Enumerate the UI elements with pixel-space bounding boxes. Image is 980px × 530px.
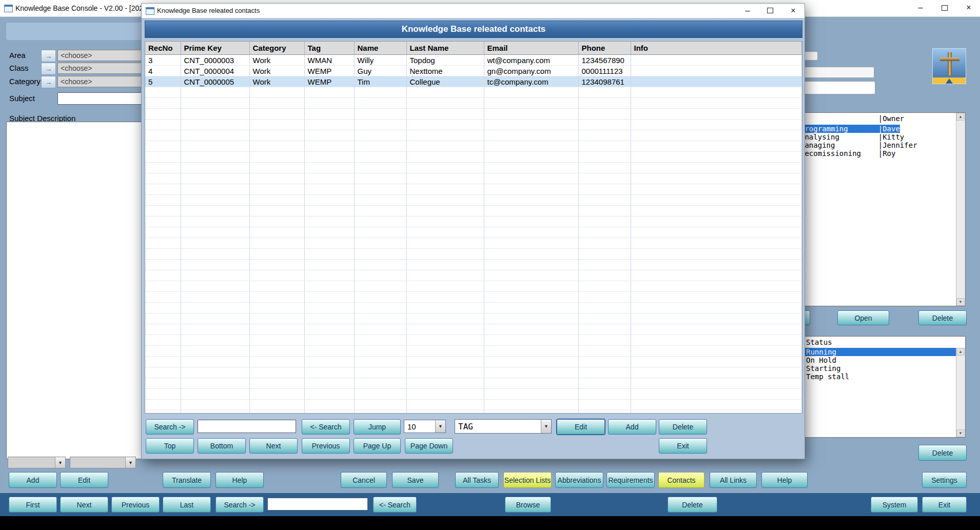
bottom-button[interactable]: Bottom [198,438,246,454]
minimize-icon[interactable]: – [909,0,932,15]
scroll-up-icon[interactable]: ▲ [956,348,965,356]
column-header[interactable]: Tag [304,42,354,55]
page-size-select[interactable]: 10 ▼ [404,420,446,433]
scroll-up-icon[interactable]: ▲ [956,113,965,121]
dialog-exit-button[interactable]: Exit [659,438,707,454]
table-row[interactable] [145,292,802,303]
class-arrow-button[interactable]: → [41,63,56,75]
nav-search-input[interactable] [267,498,368,511]
table-row[interactable]: 3CNT_0000003WorkWMANWillyTopdogwt@compan… [145,55,802,66]
owner-list-item[interactable]: Analysing |Kitty [798,133,965,141]
table-row[interactable] [145,400,802,410]
column-header[interactable]: Info [631,42,802,55]
status-list-item[interactable]: On Hold [804,356,965,364]
table-row[interactable] [145,357,802,367]
dialog-delete-button[interactable]: Delete [659,419,707,435]
edit-button[interactable]: Edit [60,472,108,488]
close-icon[interactable]: × [782,4,805,17]
table-row[interactable] [145,335,802,346]
owner-list-scrollbar[interactable]: ▲ ▼ [956,113,965,306]
table-row[interactable] [145,249,802,260]
maximize-icon[interactable] [759,4,781,17]
column-header[interactable]: Prime Key [181,42,249,55]
table-row[interactable] [145,378,802,389]
category-value-field[interactable]: <choose> [57,76,153,87]
subject-description-textarea[interactable] [6,122,156,459]
table-row[interactable] [145,270,802,281]
scroll-down-icon[interactable]: ▼ [956,429,965,437]
table-row[interactable] [145,120,802,130]
table-row[interactable] [145,141,802,152]
table-row[interactable]: 4CNT_0000004WorkWEMPGuyNexttomegn@compan… [145,66,802,76]
save-button[interactable]: Save [392,472,439,488]
table-row[interactable] [145,410,802,414]
all-tasks-button[interactable]: All Tasks [455,472,499,488]
area-arrow-button[interactable]: → [41,50,56,62]
table-row[interactable] [145,87,802,98]
column-header[interactable]: Category [249,42,304,55]
table-row[interactable] [145,109,802,120]
owner-list-item[interactable]: Programming |Dave [798,125,965,133]
table-row[interactable] [145,281,802,292]
top-button[interactable]: Top [146,438,194,454]
dialog-edit-button[interactable]: Edit [557,419,605,435]
previous-button[interactable]: Previous [111,497,160,513]
subject-input[interactable] [57,92,155,105]
exit-button[interactable]: Exit [922,497,967,513]
browse-button[interactable]: Browse [505,497,551,513]
dialog-add-button[interactable]: Add [608,419,656,435]
table-row[interactable] [145,184,802,195]
table-row[interactable] [145,324,802,335]
status-list-item[interactable]: Temp stall [804,372,965,381]
close-icon[interactable]: × [957,0,980,15]
table-row[interactable] [145,163,802,173]
class-value-field[interactable]: <choose> [57,63,153,74]
owner-list-item[interactable]: Decomissioning |Roy [798,149,965,158]
table-row[interactable] [145,367,802,378]
open-button[interactable]: Open [837,310,889,325]
table-row[interactable] [145,238,802,249]
table-row[interactable] [145,195,802,206]
translate-button[interactable]: Translate [163,472,211,488]
field-select[interactable]: TAG ▼ [455,419,552,434]
settings-button[interactable]: Settings [922,472,967,488]
table-row[interactable] [145,303,802,313]
table-row[interactable] [145,346,802,357]
first-button[interactable]: First [9,497,57,513]
bottom-combo-2[interactable]: ▼ [70,457,136,468]
search-back-button[interactable]: <- Search [373,497,417,513]
all-links-button[interactable]: All Links [710,472,757,488]
column-header[interactable]: RecNo [145,42,181,55]
table-row[interactable] [145,217,802,227]
status-list-scrollbar[interactable]: ▲ ▼ [956,348,965,437]
table-row[interactable] [145,98,802,109]
minimize-icon[interactable]: – [736,4,759,17]
column-header[interactable]: Last Name [406,42,484,55]
dialog-search-back-button[interactable]: <- Search [302,419,350,435]
next-button[interactable]: Next [60,497,108,513]
cancel-button[interactable]: Cancel [341,472,387,488]
delete-nav-button[interactable]: Delete [668,497,717,513]
requirements-button[interactable]: Requirements [606,472,655,488]
table-row[interactable] [145,313,802,324]
bottom-combo-1[interactable]: ▼ [8,457,66,468]
search-forward-button[interactable]: Search -> [215,497,264,513]
column-header[interactable]: Name [354,42,406,55]
table-row[interactable] [145,389,802,400]
column-header[interactable]: Phone [578,42,631,55]
dialog-next-button[interactable]: Next [249,438,298,454]
jump-button[interactable]: Jump [354,419,401,435]
last-button[interactable]: Last [163,497,211,513]
abbreviations-button[interactable]: Abbreviations [555,472,603,488]
page-up-button[interactable]: Page Up [354,438,401,454]
table-row[interactable] [145,152,802,163]
system-button[interactable]: System [871,497,918,513]
table-row[interactable] [145,260,802,270]
add-button[interactable]: Add [9,472,57,488]
delete-owner-button[interactable]: Delete [918,310,967,325]
area-value-field[interactable]: <choose> [57,50,153,61]
dialog-previous-button[interactable]: Previous [302,438,350,454]
delete-status-button[interactable]: Delete [918,445,967,461]
table-row[interactable] [145,130,802,141]
page-down-button[interactable]: Page Down [405,438,453,454]
